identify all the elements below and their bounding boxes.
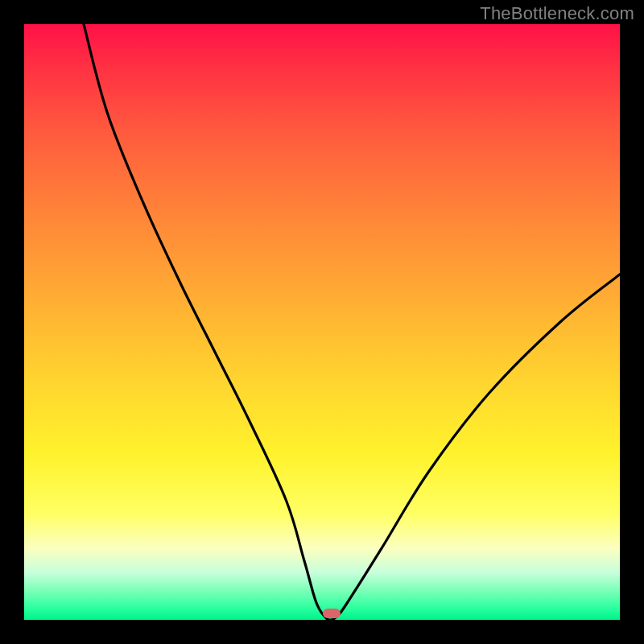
watermark-label: TheBottleneck.com (480, 3, 634, 24)
plot-area (24, 24, 620, 620)
bottleneck-curve (24, 24, 620, 620)
chart-frame: TheBottleneck.com (0, 0, 644, 644)
valley-marker (323, 609, 341, 618)
